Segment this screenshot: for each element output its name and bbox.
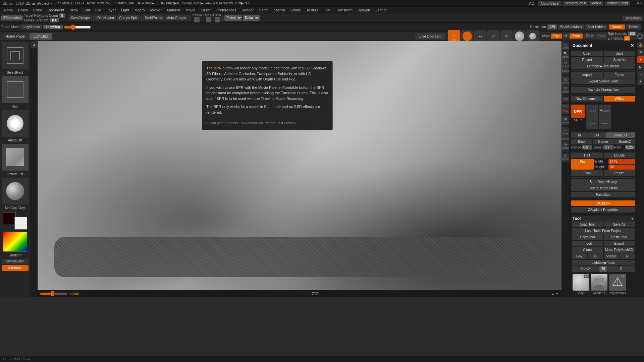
vert-eye-btn[interactable]: 👁 — [637, 78, 644, 85]
resize-btn[interactable]: Resize — [604, 170, 636, 176]
menu-file[interactable]: File — [93, 7, 104, 13]
center-value[interactable]: 0.7 — [603, 145, 613, 149]
height-value[interactable]: 810 — [608, 165, 635, 170]
paste-tool-btn[interactable]: Paste Tool — [604, 234, 635, 240]
vert-minus-btn[interactable]: − — [637, 71, 644, 78]
foreground-color[interactable] — [3, 212, 16, 225]
canvas-area[interactable]: The BPR button will render any model in … — [38, 41, 561, 297]
import-btn[interactable]: Import — [571, 72, 603, 78]
tab-lightbox[interactable]: LightBox — [30, 33, 52, 40]
save-startup-btn[interactable]: Save As Startup Doc — [571, 87, 635, 93]
color-gradient[interactable] — [3, 232, 27, 252]
rate-value[interactable]: 0.25 — [625, 145, 635, 149]
lightbox-tools-btn[interactable]: Lightbox▶Tools — [572, 260, 635, 265]
relax-select[interactable]: Relax — [243, 15, 260, 21]
quicksave-btn[interactable]: QuickSave — [538, 1, 561, 6]
menu-zscript[interactable]: Zscript — [373, 7, 389, 13]
menu-script[interactable]: Script — [256, 7, 271, 13]
z-intensity-value[interactable]: 25 — [624, 36, 630, 41]
border2-btn[interactable]: Border2 — [614, 139, 635, 144]
range-value[interactable]: 0.5 — [582, 145, 592, 149]
actual-btn[interactable]: ⊙ Actual — [562, 60, 569, 69]
new-doc-btn[interactable]: New Document — [571, 96, 603, 102]
zoom-value-btn[interactable]: Zoom 0.1 — [605, 132, 636, 138]
zremesher-btn[interactable]: ZRemesher — [1, 15, 23, 20]
export-screen-grab-btn[interactable]: Export Screen Grab — [571, 78, 635, 84]
default-zscript-btn[interactable]: DefaultZScript — [605, 1, 630, 6]
double-doc-btn[interactable]: Double — [604, 153, 636, 158]
strip-arrow-btn[interactable]: ◀ — [31, 42, 37, 48]
scale-btn[interactable]: ⤢ — [487, 30, 499, 42]
curves-strength-value[interactable]: 100 — [50, 18, 59, 22]
aaahalf-btn[interactable]: ◎ AAAHalf — [562, 76, 569, 85]
menu-draw[interactable]: Draw — [67, 7, 81, 13]
in-btn[interactable]: In — [571, 132, 588, 138]
scroll-btn[interactable]: ↕ Scroll — [562, 42, 569, 50]
delete-depth-btn[interactable]: DeleteDepthHistory — [571, 185, 635, 191]
r-btn[interactable]: R — [620, 253, 635, 259]
crop-btn[interactable]: Crop — [571, 170, 603, 176]
see-through-btn[interactable]: See-through 0 — [563, 1, 588, 6]
menus-btn[interactable]: Menus — [589, 1, 603, 6]
tool-import-btn[interactable]: Import — [572, 241, 603, 246]
aahalf-btn2[interactable]: AAHalf — [599, 117, 611, 129]
export-btn[interactable]: Export — [604, 72, 636, 78]
menu-stroke[interactable]: Stroke — [287, 7, 304, 13]
bpr-main-btn[interactable]: BPR — [571, 105, 585, 118]
menu-macro[interactable]: Macro — [132, 7, 148, 13]
goz-btn[interactable]: GoZ — [572, 253, 587, 259]
width-value[interactable]: 1479 — [608, 159, 635, 164]
thumb-body2[interactable]: 25 Body2 — [573, 274, 589, 295]
tool-save-as-btn[interactable]: Save As — [604, 222, 635, 227]
double-btn[interactable]: Double — [609, 24, 625, 29]
rgb-intensity-value[interactable]: 100 — [628, 32, 636, 36]
aahalf-btn[interactable]: AAHalf — [562, 69, 569, 74]
polish-select[interactable]: PolishRelax — [224, 15, 242, 21]
zapplink-properties-btn[interactable]: ZAppLink Properties — [571, 207, 635, 213]
tool-export-btn[interactable]: Export — [604, 241, 635, 246]
groups-split-btn[interactable]: Groups Split — [117, 15, 140, 20]
wsize-btn[interactable]: WSize — [604, 96, 636, 102]
lazy-mouse-btn[interactable]: LazyMouse — [20, 24, 42, 29]
body2-label-btn[interactable]: Body2 — [572, 266, 599, 272]
lsym-btn[interactable]: LSym — [562, 104, 569, 109]
select-rect-btn[interactable] — [2, 42, 29, 69]
transp-btn[interactable]: ◫ Transp — [562, 153, 569, 162]
delete-btn[interactable]: Delete — [626, 24, 641, 29]
rect-btn[interactable] — [2, 76, 29, 103]
rotate3d-btn[interactable]: ⟳ Rotate — [562, 142, 569, 150]
menu-marker[interactable]: Marker — [148, 7, 164, 13]
menu-zplugin[interactable]: Zplugin — [355, 7, 373, 13]
del-hidden-btn[interactable]: Del Hidden — [95, 15, 116, 20]
load-tools-from-project-btn[interactable]: Load Tools From Project — [572, 228, 635, 234]
zoom3d-btn[interactable]: Zoom3D — [562, 136, 569, 141]
visible-btn[interactable]: Visible — [604, 253, 619, 259]
menu-brush[interactable]: Brush — [15, 7, 31, 13]
open-btn[interactable]: Open — [571, 51, 603, 56]
zoom-btn2[interactable]: 🔍 Zoom — [599, 105, 611, 117]
load-tool-btn[interactable]: Load Tool — [572, 222, 603, 227]
zcut-btn[interactable]: Zcut — [596, 34, 606, 39]
body2-r-btn[interactable]: R — [608, 266, 635, 272]
resolution-value[interactable]: 128 — [547, 24, 557, 29]
vert-arrow-btn[interactable]: ▶ — [637, 64, 644, 70]
menu-material[interactable]: Material — [164, 7, 183, 13]
back-btn[interactable]: Back — [571, 139, 592, 144]
window-controls[interactable]: 🗕 🗗 ✕ — [631, 1, 643, 5]
copy-tool-btn[interactable]: Copy Tool — [572, 234, 603, 240]
save-as-btn[interactable]: Save As — [604, 57, 636, 63]
menu-stencil[interactable]: Stencil — [271, 7, 287, 13]
menu-alpha[interactable]: Alpha — [1, 7, 15, 13]
weld-points-btn[interactable]: WeldPoints — [143, 15, 164, 20]
material-sphere-btn[interactable] — [514, 30, 526, 42]
lightbox-docs-btn[interactable]: Lightbox▶Documents — [571, 63, 635, 69]
half-btn[interactable]: Half — [571, 153, 603, 158]
vert-grid-btn[interactable]: ⊞ — [637, 49, 644, 56]
menu-texture[interactable]: Texture — [304, 7, 321, 13]
edit-btn[interactable]: ✏ Edit — [448, 30, 460, 42]
zadd-btn[interactable]: Zadd — [570, 34, 583, 39]
persp-btn[interactable]: ⬡ Persp — [562, 85, 569, 94]
zsub-btn[interactable]: Zsub — [584, 34, 595, 39]
make-polymesh-btn[interactable]: Make PolyMesh3D — [604, 247, 635, 253]
move-btn[interactable]: ↔ — [474, 30, 486, 42]
